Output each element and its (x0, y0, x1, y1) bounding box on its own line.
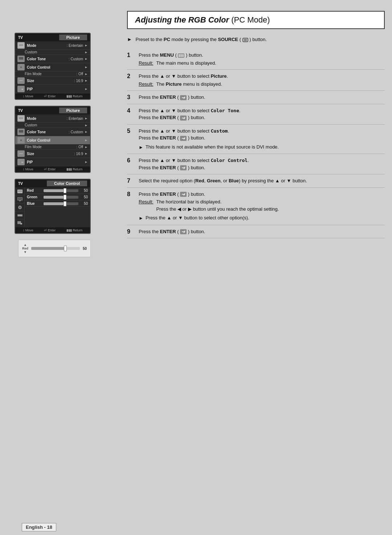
steps-container: 1 Press the MENU ( ) button. (127, 49, 385, 238)
step-content-3: Press the ENTER ( ) button. (139, 94, 385, 101)
small-bar-handle (64, 246, 67, 251)
tv-row-colorcontrol-hl: Color Control ► (15, 136, 90, 145)
filmmode-arrow: ► (85, 72, 88, 76)
left-column: TV Picture Mode : Entertain ► Custom ► (7, 11, 116, 512)
svg-rect-39 (180, 54, 182, 57)
step-4: 4 Press the ▲ or ▼ button to select Colo… (127, 104, 385, 125)
colortone-label-2: Color Tone (27, 130, 69, 134)
step-4-line2: Press the ENTER ( ) button. (139, 114, 385, 121)
step-7-main: Select the required option (Red, Green, … (139, 177, 385, 185)
step-5-main: Press the ▲ or ▼ button to select Custom… (139, 127, 385, 135)
step-content-2: Press the ▲ or ▼ button to select Pictur… (139, 73, 385, 88)
svg-rect-25 (18, 198, 22, 200)
size-arrow: ► (85, 79, 88, 82)
custom-arrow: ► (85, 50, 88, 54)
page-footer: English - 18 (0, 519, 392, 535)
right-column: Adjusting the RGB Color (PC Mode) ► Pres… (116, 11, 385, 512)
red-bar-fill (44, 189, 65, 192)
mode-value: : Entertain (66, 44, 83, 48)
colorcontrol-label-2: Color Control (27, 138, 83, 142)
colorcontrol-arrow: ► (85, 65, 88, 69)
step-5-note: ► This feature is not available when the… (139, 144, 385, 151)
red-value: 50 (81, 189, 88, 192)
result-text-8: The horizontal bar is displayed. Press t… (156, 198, 279, 212)
green-bar-fill (44, 196, 65, 199)
result-label-8: Result: (139, 198, 153, 212)
color-rows: Red 50 Green (25, 187, 90, 227)
svg-rect-10 (21, 89, 23, 90)
tv-sub-custom-2: Custom ► (15, 123, 90, 128)
tv-sub-custom: Custom ► (15, 50, 90, 55)
step-number-4: 4 (127, 107, 134, 114)
tv-row-mode: Mode : Entertain ► (15, 41, 90, 50)
step-3-main: Press the ENTER ( ) button. (139, 94, 385, 101)
color-row-green: Green 50 (25, 194, 90, 200)
tv-row-pip: PIP ► (15, 85, 90, 93)
step-content-9: Press the ENTER ( ) button. (139, 228, 385, 235)
svg-rect-12 (19, 117, 23, 119)
colortone-value-2: : Custom (69, 130, 83, 134)
green-bar (44, 196, 78, 199)
step-9: 9 Press the ENTER ( ) button. (127, 225, 385, 239)
mode-label-2: Mode (27, 117, 66, 121)
step-6-line2: Press the ENTER ( ) button. (139, 164, 385, 171)
step-content-4: Press the ▲ or ▼ button to select Color … (139, 107, 385, 121)
svg-rect-1 (19, 44, 23, 46)
step-number-2: 2 (127, 73, 134, 80)
footer-enter: ⏎ Enter (44, 94, 56, 98)
svg-point-6 (20, 66, 22, 68)
svg-rect-26 (19, 200, 21, 201)
step-3: 3 Press the ENTER ( ) button. (127, 91, 385, 104)
filmmode-value: : Off (76, 72, 83, 76)
custom-label: Custom (25, 50, 83, 54)
tv-row-colortone-2: Color Tone : Custom ► (15, 128, 90, 136)
svg-rect-19 (19, 153, 23, 154)
page-title-suffix: (PC Mode) (229, 15, 270, 24)
step-content-7: Select the required option (Red, Green, … (139, 177, 385, 185)
tv-label-3: TV (18, 182, 23, 186)
mode-label: Mode (27, 44, 66, 48)
tv-footer-1: ↕ Move ⏎ Enter ▮▮▮ Return (15, 93, 90, 99)
filmmode-value-2: : Off (76, 145, 83, 149)
green-bar-handle (64, 195, 66, 200)
size-label: Size (27, 79, 74, 83)
tv-footer-2: ↕ Move ⏎ Enter ▮▮▮ Return (15, 166, 90, 172)
color-row-blue: Blue 50 (25, 200, 90, 207)
step-content-1: Press the MENU ( ) button. Result: (139, 52, 385, 66)
result-8-line1: The horizontal bar is displayed. (156, 198, 279, 206)
multitrack-icon-2 (17, 159, 25, 165)
size-arrow-2: ► (85, 152, 88, 155)
footer-return-2: ▮▮▮ Return (66, 167, 83, 171)
step-6: 6 Press the ▲ or ▼ button to select Colo… (127, 154, 385, 174)
monitor-icon-2 (17, 129, 25, 135)
step-8-note-text: Press the ▲ or ▼ button to select other … (146, 215, 249, 221)
page-title: Adjusting the RGB Color (PC Mode) (135, 15, 377, 25)
small-bar-track (31, 247, 80, 250)
sound-icon-2 (17, 137, 25, 143)
step-8-note-arrow: ► (139, 215, 143, 222)
filmmode-arrow-2: ► (85, 145, 88, 149)
footer-return-3: ▮▮▮ Return (66, 228, 83, 232)
result-label-1: Result: (139, 60, 153, 67)
tv-header-3: TV Color Control (15, 179, 90, 187)
tv-row-mode-2: Mode : Entertain ► (15, 114, 90, 123)
svg-rect-3 (19, 57, 23, 60)
colorcontrol-arrow-2: ► (85, 138, 88, 142)
footer-move-3: ↕ Move (23, 228, 33, 232)
red-label: Red (27, 189, 41, 192)
custom-arrow-2: ► (85, 123, 88, 127)
step-number-3: 3 (127, 94, 134, 101)
tv-sub-filmmode-2: Film Mode : Off ► (15, 145, 90, 150)
blue-bar-fill (44, 202, 65, 205)
step-8: 8 Press the ENTER ( ) button. Result: (127, 188, 385, 225)
size-label-2: Size (27, 152, 74, 156)
step-2-result: Result: The Picture menu is displayed. (139, 81, 385, 88)
small-bar-value: 50 (83, 247, 87, 251)
svg-rect-15 (20, 133, 22, 134)
mode-arrow: ► (85, 44, 88, 47)
step-1-result: Result: The main menu is displayed. (139, 60, 385, 67)
green-label: Green (27, 195, 41, 199)
setup-icon-1 (17, 77, 25, 84)
content-area: TV Picture Mode : Entertain ► Custom ► (0, 0, 392, 519)
small-bar-fill (31, 247, 65, 250)
